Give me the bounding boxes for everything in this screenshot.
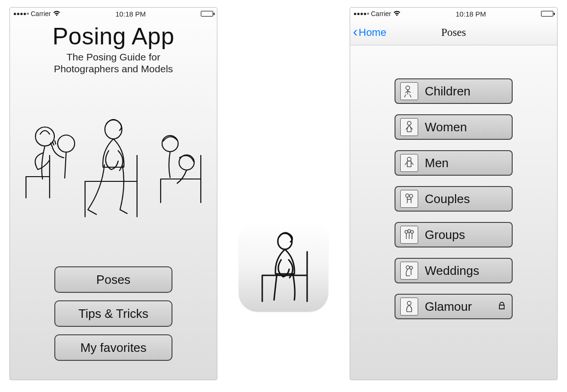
battery-icon [201, 11, 213, 17]
status-bar: Carrier 10:18 PM [10, 8, 217, 20]
status-bar: Carrier 10:18 PM [350, 8, 557, 20]
couples-icon [400, 190, 418, 208]
svg-point-1 [58, 135, 75, 152]
category-children[interactable]: Children [395, 78, 513, 104]
svg-point-9 [406, 194, 409, 197]
status-time: 10:18 PM [115, 10, 146, 18]
category-couples[interactable]: Couples [395, 186, 513, 212]
nav-bar: ‹ Home Poses [350, 20, 557, 45]
svg-point-6 [406, 86, 410, 90]
signal-dots-icon [14, 13, 29, 15]
category-list: Children Women Men Couples Groups [350, 45, 557, 380]
svg-point-8 [407, 157, 411, 161]
carrier-label: Carrier [31, 10, 51, 17]
my-favorites-button[interactable]: My favorites [54, 334, 172, 361]
poses-button[interactable]: Poses [54, 266, 172, 293]
app-title: Posing App [18, 23, 208, 50]
groups-icon [400, 226, 418, 244]
battery-icon [541, 11, 553, 17]
svg-point-7 [407, 121, 411, 125]
svg-point-3 [162, 136, 178, 152]
svg-point-0 [35, 127, 54, 146]
svg-point-10 [410, 195, 413, 198]
app-icon [239, 222, 328, 312]
svg-point-15 [410, 266, 412, 269]
men-icon [400, 154, 418, 172]
poses-screen: Carrier 10:18 PM ‹ Home Poses Children [350, 7, 558, 380]
women-icon [400, 118, 418, 136]
category-groups[interactable]: Groups [395, 222, 513, 247]
svg-point-11 [405, 230, 408, 233]
svg-point-13 [411, 230, 413, 233]
home-screen: Carrier 10:18 PM Posing App The Posing G… [9, 7, 217, 380]
tips-tricks-button[interactable]: Tips & Tricks [54, 300, 172, 327]
category-women[interactable]: Women [395, 114, 513, 140]
svg-point-16 [407, 301, 411, 305]
svg-point-14 [406, 266, 410, 269]
children-icon [400, 82, 418, 100]
signal-dots-icon [354, 13, 369, 15]
category-glamour[interactable]: Glamour [395, 294, 513, 319]
back-button[interactable]: ‹ Home [350, 26, 387, 39]
wifi-icon [393, 10, 401, 17]
app-subtitle: The Posing Guide for Photographers and M… [18, 51, 208, 75]
glamour-icon [400, 298, 418, 315]
wifi-icon [53, 10, 60, 17]
hero-illustration [18, 79, 208, 264]
status-time: 10:18 PM [455, 10, 486, 18]
chevron-left-icon: ‹ [353, 25, 358, 39]
category-weddings[interactable]: Weddings [395, 258, 513, 283]
weddings-icon [400, 262, 418, 280]
back-label: Home [359, 26, 387, 39]
category-men[interactable]: Men [395, 150, 513, 176]
carrier-label: Carrier [371, 10, 391, 17]
lock-icon [498, 302, 505, 312]
svg-point-12 [408, 230, 411, 232]
